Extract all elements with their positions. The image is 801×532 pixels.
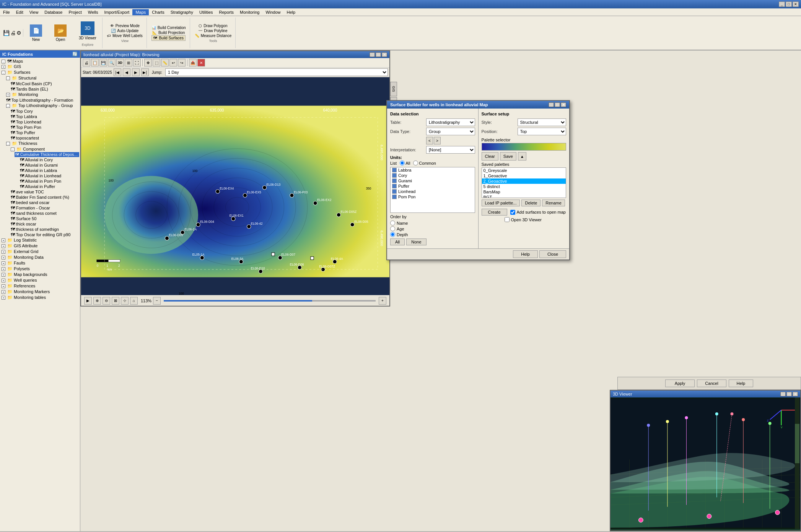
close-btn[interactable]: ✕ (793, 2, 799, 7)
sidebar-item-gis[interactable]: + 📁 GIS (1, 64, 79, 70)
3d-scrollbar[interactable] (795, 397, 799, 529)
rename-palette-btn[interactable]: Rename (542, 200, 565, 206)
sidebar-item-balder[interactable]: 🗺 Balder Fm Sand content (%) (10, 195, 79, 200)
expand-extgrid[interactable]: + (2, 250, 5, 254)
sidebar-tree[interactable]: - 🗺 Maps + 📁 GIS - 📁 Surfaces - 📁 Struct… (0, 58, 80, 531)
sidebar-item-montables[interactable]: + 📁 Monitoring tables (1, 295, 79, 300)
menu-project[interactable]: Project (65, 9, 85, 15)
sidebar-item-faults[interactable]: + 📁 Faults (1, 260, 79, 266)
expand-gis[interactable]: + (2, 65, 5, 69)
sidebar-item-surface50[interactable]: 🗺 Surface 50 (10, 216, 79, 221)
menu-charts[interactable]: Charts (149, 9, 167, 15)
style-select[interactable]: Structural (518, 118, 567, 126)
sidebar-item-alluvial-labbra[interactable]: 🗺 Alluvial in Labbra (19, 168, 79, 173)
add-surfaces-option[interactable]: Add surfaces to open map (510, 210, 566, 215)
map-canvas[interactable]: 100 100 350 100 630,000 635,000 640,000 … (81, 77, 389, 306)
sidebar-item-monmarkers[interactable]: + 📁 Monitoring Markers (1, 289, 79, 295)
map-crosshair-btn[interactable]: ⊹ (121, 297, 129, 305)
3d-scrollthumb[interactable] (795, 424, 799, 463)
sidebar-item-toposcar[interactable]: 🗺 Top Oscar for editing GR p90 (10, 232, 79, 237)
sidebar-item-mondata[interactable]: + 📁 Monitoring Data (1, 255, 79, 260)
palette-arrow-btn[interactable]: ▲ (518, 152, 526, 161)
map-select-btn[interactable]: ⬚ (153, 59, 160, 66)
sidebar-item-structural[interactable]: - 📁 Structural (5, 75, 79, 81)
map-nav-start[interactable]: |◀ (114, 68, 121, 76)
none-button[interactable]: None (406, 238, 426, 245)
datatype-select[interactable]: Group (426, 128, 475, 135)
sidebar-item-sandthickness[interactable]: 🗺 sand thickness comet (10, 211, 79, 216)
sidebar-item-wellqueries[interactable]: + 📁 Well queries (1, 277, 79, 283)
cancel-button[interactable]: Cancel (697, 380, 726, 387)
dialog-help-btn[interactable]: Help (513, 250, 538, 258)
sidebar-item-toppompon[interactable]: 🗺 Top Pom Pon (10, 125, 79, 130)
menu-window[interactable]: Window (262, 9, 283, 15)
expand-references[interactable]: + (2, 284, 5, 288)
create-button[interactable]: Create (482, 209, 507, 216)
menu-maps[interactable]: Maps (132, 9, 149, 15)
build-correlation-button[interactable]: 📊 Build Correlation (150, 25, 187, 30)
sidebar-item-bededsand[interactable]: 🗺 beded sand oscar (10, 200, 79, 205)
auto-update-button[interactable]: 🔄 Auto-Update (109, 28, 140, 33)
side-tab-gis[interactable]: GIS (390, 82, 397, 96)
map-home-btn[interactable]: ⌂ (130, 297, 138, 305)
unit-labbra[interactable]: Labbra (391, 167, 475, 173)
order-age-radio[interactable] (390, 226, 395, 231)
sidebar-item-thicknesssomething[interactable]: 🗺 thickness of somethign (10, 227, 79, 232)
draw-polyline-button[interactable]: 〰 Draw Polyline (197, 28, 229, 33)
expand-monmarkers[interactable]: + (2, 290, 5, 294)
draw-polygon-button[interactable]: ⬡ Draw Polygon (197, 23, 229, 28)
build-surfaces-button[interactable]: 🗺 Build Surfaces (151, 35, 185, 41)
3d-viewer-button[interactable]: 3D 3D Viewer (75, 19, 100, 42)
sidebar-refresh-btn[interactable]: 🔄 (72, 52, 78, 57)
sidebar-item-component[interactable]: - 📁 Component (10, 146, 79, 152)
unit-lionhead[interactable]: Lionhead (391, 189, 475, 194)
map-fit-btn[interactable]: ⊠ (112, 297, 119, 305)
sidebar-item-toplitho-form[interactable]: 🗺 Top Lithostratigraphy - Formation (5, 97, 79, 103)
expand-logstat[interactable]: + (2, 238, 5, 242)
order-name-option[interactable]: Name (390, 221, 475, 225)
palette-geoactive1[interactable]: 1_Geoactive (482, 173, 566, 178)
dialog-close-btn[interactable]: ✕ (561, 102, 566, 107)
map-undo-btn[interactable]: ↩ (169, 59, 177, 66)
expand-surfaces[interactable]: - (2, 71, 5, 75)
expand-maps[interactable]: - (2, 60, 5, 63)
dialog-maximize-btn[interactable]: □ (555, 102, 560, 107)
map-zoom-btn[interactable]: 🔍 (108, 59, 116, 66)
list-all-radio[interactable] (400, 161, 405, 165)
expand-montables[interactable]: + (2, 296, 5, 300)
table-select[interactable]: Lithostratigraphy (426, 118, 475, 126)
sidebar-item-mccool[interactable]: 🗺 McCool Basin (CP) (10, 81, 79, 86)
map-jump-select[interactable]: 1 Day (165, 68, 388, 76)
palette-bgt[interactable]: BGT (482, 195, 566, 198)
3d-max-btn[interactable]: □ (786, 392, 792, 396)
list-common-radio[interactable] (413, 161, 418, 165)
open-3d-checkbox[interactable] (505, 217, 510, 222)
map-3d-btn[interactable]: 3D (116, 59, 124, 66)
dialog-minimize-btn[interactable]: _ (549, 102, 554, 107)
sidebar-item-alluvial-puffer[interactable]: 🗺 Alluvial in Puffer (19, 184, 79, 189)
measure-distance-button[interactable]: 📏 Measure Distance (193, 33, 233, 38)
3d-close-btn[interactable]: ✕ (793, 392, 798, 396)
map-zoom-in-btn[interactable]: ⊕ (93, 297, 101, 305)
saved-palettes-list[interactable]: 0_Greyscale 1_Geoactive 2_Geoactive 5 di… (482, 167, 567, 198)
sidebar-item-toplitho-grp[interactable]: - 📁 Top Lithostratigraphy - Group (5, 103, 79, 109)
menu-utilities[interactable]: Utilities (196, 9, 216, 15)
sidebar-item-polysets[interactable]: + 📁 Polysets (1, 266, 79, 272)
palette-geoactive2[interactable]: 2_Geoactive (482, 178, 566, 184)
sidebar-item-tardis[interactable]: 🗺 Tardis Basin (EL) (10, 86, 79, 92)
sidebar-item-thickness[interactable]: - 📁 Thickness (5, 141, 79, 146)
quick-settings-icon[interactable]: ⚙ (16, 30, 21, 36)
expand-toplitho[interactable]: - (6, 104, 10, 108)
menu-help[interactable]: Help (284, 9, 299, 15)
sidebar-item-toplionhead[interactable]: 🗺 Top Lionhead (10, 119, 79, 125)
interpretation-select[interactable]: [None] (426, 146, 475, 154)
map-zoom-minus-btn[interactable]: − (153, 297, 161, 305)
expand-thickness[interactable]: - (6, 142, 10, 146)
new-button[interactable]: 📄 New (26, 23, 46, 44)
sidebar-item-alluvial-lionhead[interactable]: 🗺 Alluvial in Lionhead (19, 173, 79, 178)
sidebar-item-logstat[interactable]: + 📁 Log Statistic (1, 237, 79, 243)
expand-mapbg[interactable]: + (2, 273, 5, 277)
map-zoom-plus-btn[interactable]: + (379, 297, 386, 305)
map-maximize-btn[interactable]: □ (376, 52, 381, 57)
palette-5distinct[interactable]: 5 distinct (482, 184, 566, 189)
